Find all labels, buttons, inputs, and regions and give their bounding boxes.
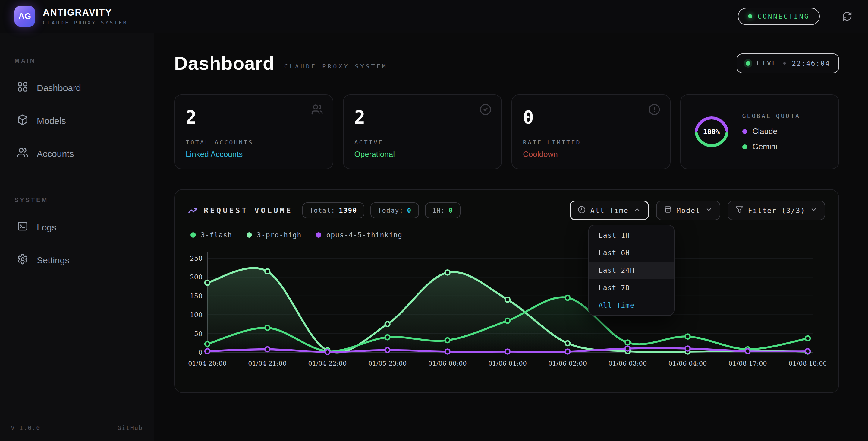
sidebar-item-models[interactable]: Models	[11, 107, 143, 135]
users-icon	[311, 104, 323, 118]
menu-item-last-7d[interactable]: Last 7D	[589, 279, 674, 296]
stat-status: Operational	[354, 150, 491, 159]
sidebar-item-logs[interactable]: Logs	[11, 213, 143, 241]
stat-label: TOTAL ACCOUNTS	[186, 139, 322, 146]
menu-item-last-24h[interactable]: Last 24H	[589, 262, 674, 279]
page-title: Dashboard	[174, 53, 275, 74]
filter-dropdown-button[interactable]: Filter (3/3)	[727, 201, 825, 220]
sidebar-item-dashboard[interactable]: Dashboard	[11, 74, 143, 102]
gemini-dot	[742, 145, 747, 149]
svg-text:01/04 21:00: 01/04 21:00	[248, 360, 287, 367]
live-status-badge: LIVE 22:46:04	[737, 53, 839, 73]
svg-text:01/08 18:00: 01/08 18:00	[788, 360, 827, 367]
claude-dot	[742, 129, 747, 134]
time-range-dropdown-menu: Last 1HLast 6HLast 24HLast 7DAll Time	[588, 225, 675, 316]
today-badge: Today:0	[370, 202, 419, 218]
clock-value: 22:46:04	[792, 59, 830, 67]
alert-circle-icon	[648, 104, 660, 118]
svg-text:250: 250	[190, 255, 203, 262]
svg-text:01/04 20:00: 01/04 20:00	[188, 360, 227, 367]
clock-icon	[578, 206, 586, 215]
svg-text:01/08 17:00: 01/08 17:00	[728, 360, 767, 367]
refresh-icon[interactable]	[842, 11, 852, 22]
header-divider	[831, 10, 831, 23]
stat-card-rate-limited: 0 RATE LIMITED Cooldown	[512, 94, 671, 169]
chart-legend: 3-flash3-pro-highopus-4-5-thinking	[190, 231, 825, 239]
svg-text:01/04 22:00: 01/04 22:00	[308, 360, 347, 367]
stat-label: ACTIVE	[354, 139, 491, 146]
svg-text:01/06 03:00: 01/06 03:00	[609, 360, 647, 367]
users-icon	[17, 147, 28, 160]
gear-icon	[17, 254, 28, 267]
version-label: V 1.0.0	[11, 424, 40, 431]
app-title: ANTIGRAVITY	[43, 7, 128, 18]
connection-dot	[748, 14, 752, 19]
connection-status-badge: CONNECTING	[738, 8, 820, 25]
connection-status-label: CONNECTING	[758, 13, 809, 20]
request-volume-chart: 05010015020025001/04 20:0001/04 21:0001/…	[188, 246, 827, 374]
quota-legend-gemini: Gemini	[742, 142, 801, 151]
sidebar-item-settings[interactable]: Settings	[11, 246, 143, 274]
legend-dot	[247, 232, 252, 238]
cube-icon	[17, 114, 28, 127]
quota-legend-claude: Claude	[742, 127, 801, 136]
sidebar-item-label: Accounts	[37, 149, 74, 159]
chevron-down-icon	[705, 206, 712, 215]
panel-title: REQUEST VOLUME	[204, 206, 293, 215]
sidebar-item-accounts[interactable]: Accounts	[11, 140, 143, 168]
global-quota-card: 100% GLOBAL QUOTA Claude Gemini	[680, 94, 839, 169]
svg-text:50: 50	[194, 330, 203, 337]
trending-up-icon	[188, 206, 198, 215]
one-hour-badge: 1H:0	[425, 202, 461, 218]
svg-text:01/06 00:00: 01/06 00:00	[428, 360, 467, 367]
terminal-icon	[17, 220, 28, 234]
main-content: Dashboard CLAUDE PROXY SYSTEM LIVE 22:46…	[154, 33, 868, 441]
live-label: LIVE	[756, 59, 777, 67]
check-circle-icon	[479, 104, 492, 118]
time-range-dropdown-button[interactable]: All Time	[569, 201, 649, 220]
sidebar-section-main: MAIN	[14, 57, 143, 64]
menu-item-all-time[interactable]: All Time	[589, 296, 674, 314]
svg-text:01/06 04:00: 01/06 04:00	[669, 360, 707, 367]
separator-dot	[783, 62, 786, 64]
box-icon	[664, 206, 672, 215]
sidebar-item-label: Models	[37, 116, 66, 126]
svg-text:200: 200	[190, 273, 203, 281]
legend-item-3-flash[interactable]: 3-flash	[190, 231, 232, 239]
live-dot	[746, 61, 750, 66]
grid-icon	[17, 81, 28, 95]
request-volume-panel: REQUEST VOLUME Total:1390 Today:0 1H:0 A…	[174, 189, 839, 393]
legend-item-3-pro-high[interactable]: 3-pro-high	[247, 231, 301, 239]
github-link[interactable]: GitHub	[118, 424, 143, 431]
sidebar-item-label: Dashboard	[37, 83, 81, 93]
sidebar-item-label: Logs	[37, 222, 56, 233]
stat-value: 2	[186, 107, 322, 128]
svg-text:0: 0	[198, 349, 203, 356]
chevron-up-icon	[633, 206, 641, 215]
app-root: AG ANTIGRAVITY CLAUDE PROXY SYSTEM CONNE…	[0, 0, 868, 441]
app-subtitle: CLAUDE PROXY SYSTEM	[43, 20, 128, 26]
sidebar: MAIN Dashboard Models Accounts SYSTEM Lo…	[0, 33, 154, 441]
total-badge: Total:1390	[302, 202, 364, 218]
stat-card-total-accounts: 2 TOTAL ACCOUNTS Linked Accounts	[174, 94, 333, 169]
stat-card-active: 2 ACTIVE Operational	[343, 94, 502, 169]
svg-text:01/05 23:00: 01/05 23:00	[368, 360, 407, 367]
top-header: AG ANTIGRAVITY CLAUDE PROXY SYSTEM CONNE…	[0, 0, 868, 33]
menu-item-last-6h[interactable]: Last 6H	[589, 244, 674, 262]
svg-text:100: 100	[190, 311, 203, 319]
chevron-down-icon	[810, 206, 817, 215]
legend-item-opus-4-5-thinking[interactable]: opus-4-5-thinking	[316, 231, 402, 239]
funnel-icon	[735, 206, 743, 215]
svg-text:01/06 01:00: 01/06 01:00	[488, 360, 527, 367]
model-dropdown-button[interactable]: Model	[656, 201, 720, 220]
stat-label: RATE LIMITED	[523, 139, 659, 146]
svg-text:01/06 02:00: 01/06 02:00	[548, 360, 587, 367]
quota-ring: 100%	[692, 112, 732, 152]
stat-value: 2	[354, 107, 491, 128]
sidebar-item-label: Settings	[37, 255, 69, 265]
stat-value: 0	[523, 107, 659, 128]
stat-status: Linked Accounts	[186, 150, 322, 159]
page-subtitle: CLAUDE PROXY SYSTEM	[284, 63, 388, 70]
menu-item-last-1h[interactable]: Last 1H	[589, 227, 674, 244]
app-logo: AG	[14, 6, 35, 27]
